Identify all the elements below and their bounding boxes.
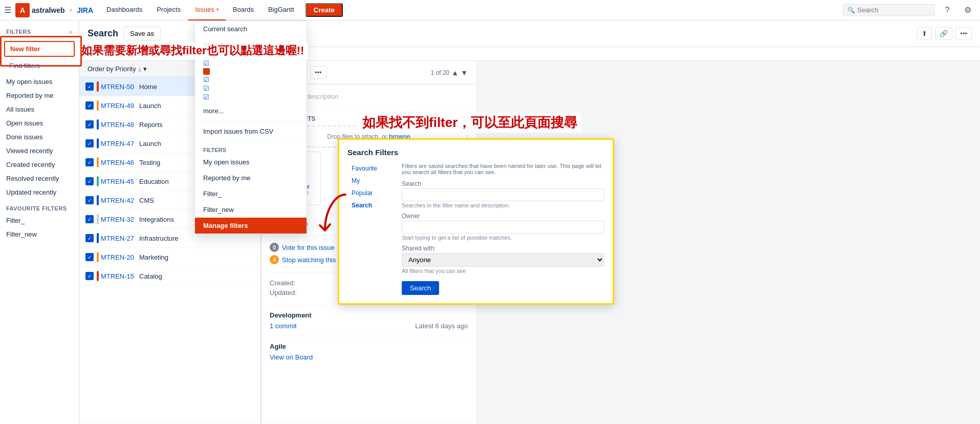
modal-search-button[interactable]: Search	[402, 281, 439, 295]
dropdown-more[interactable]: more...	[195, 103, 307, 119]
view-on-board-link[interactable]: View on Board	[270, 353, 313, 361]
dropdown-reported[interactable]: Reported by me	[195, 170, 307, 186]
sidebar-item-all[interactable]: All issues	[0, 102, 79, 116]
panel-more-button[interactable]: •••	[310, 66, 326, 79]
issue-checkbox[interactable]: ✓	[85, 234, 94, 242]
modal-shared-note: All filters that you can see	[402, 268, 604, 274]
dropdown-my-open[interactable]: My open issues	[195, 154, 307, 170]
sidebar: FILTERS « New filter Find filters My ope…	[0, 20, 79, 424]
resolution-remove[interactable]: ✕	[158, 50, 163, 57]
priority-bar	[97, 138, 99, 149]
issue-key: MTREN-15	[101, 272, 139, 280]
agile-section: Agile View on Board	[270, 343, 468, 361]
issue-checkbox[interactable]: ✓	[85, 177, 94, 185]
issue-checkbox[interactable]: ✓	[85, 139, 94, 147]
modal-tab-my[interactable]: My	[347, 175, 394, 186]
modal-search-input[interactable]	[402, 188, 604, 201]
sidebar-item-viewed[interactable]: Viewed recently	[0, 144, 79, 158]
sidebar-fav-filter1[interactable]: Filter_	[0, 214, 79, 227]
nav-projects[interactable]: Projects	[149, 0, 188, 20]
priority-bar	[97, 176, 99, 186]
dev-section: Development 1 commit Latest 6 days ago	[270, 311, 468, 330]
dropdown-import-csv[interactable]: Import issues from CSV	[195, 123, 307, 139]
sidebar-item-open[interactable]: Open issues	[0, 116, 79, 130]
modal-owner-field: Owner Start typing to get a list of poss…	[402, 213, 604, 241]
dropdown-current-search[interactable]: Current search	[195, 21, 307, 37]
hamburger-icon[interactable]: ☰	[4, 5, 11, 15]
search-input[interactable]	[857, 6, 930, 14]
next-issue-button[interactable]: ▼	[461, 69, 468, 77]
find-filters-button[interactable]: Find filters	[4, 59, 75, 73]
issue-key: MTREN-42	[101, 197, 139, 204]
issue-checkbox[interactable]: ✓	[85, 272, 94, 280]
sidebar-item-created[interactable]: Created recently	[0, 158, 79, 172]
share-button[interactable]: 🔗	[935, 27, 952, 40]
created-label: Created:	[270, 279, 295, 287]
issue-checkbox[interactable]: ✓	[85, 120, 94, 129]
issue-checkbox[interactable]: ✓	[85, 215, 94, 223]
advanced-link[interactable]: Advanced	[167, 50, 194, 57]
sidebar-item-done[interactable]: Done issues	[0, 130, 79, 144]
sidebar-item-resolved[interactable]: Resolved recently	[0, 172, 79, 185]
modal-shared-select[interactable]: Anyone	[402, 253, 604, 267]
commit-link[interactable]: 1 commit	[270, 322, 297, 330]
save-as-button[interactable]: Save as	[123, 27, 161, 40]
issue-checkbox[interactable]: ✓	[85, 101, 94, 110]
issue-checkbox[interactable]: ✓	[85, 253, 94, 261]
issue-name: Integrations	[139, 216, 174, 223]
nav-issues[interactable]: Issues ▾	[188, 0, 226, 20]
sidebar-collapse-icon[interactable]: «	[69, 28, 73, 36]
create-button[interactable]: Create	[306, 3, 343, 17]
nav-dashboards[interactable]: Dashboards	[99, 0, 149, 20]
vote-count-badge: 0	[270, 243, 279, 252]
more-header-button[interactable]: •••	[955, 27, 972, 40]
issue-name: Home	[139, 83, 157, 91]
issue-key: MTREN-47	[101, 140, 139, 147]
modal-tab-popular[interactable]: Popular	[347, 187, 394, 199]
modal-tab-search[interactable]: Search	[347, 200, 394, 211]
dev-title: Development	[270, 311, 468, 319]
modal-sidebar: Favourite My Popular Search	[347, 163, 394, 295]
sidebar-item-my-open[interactable]: My open issues	[0, 75, 79, 89]
priority-bar	[97, 157, 99, 167]
order-by-button[interactable]: Order by Priority ↓ ▾	[88, 65, 147, 73]
sidebar-item-reported[interactable]: Reported by me	[0, 89, 79, 102]
new-filter-button[interactable]: New filter	[4, 41, 75, 57]
issue-checkbox[interactable]: ✓	[85, 158, 94, 166]
dropdown-filter1[interactable]: Filter_	[195, 186, 307, 202]
dropdown-manage-filters[interactable]: Manage filters	[195, 218, 307, 234]
prev-issue-button[interactable]: ▲	[451, 69, 459, 77]
issue-checkbox[interactable]: ✓	[85, 82, 94, 91]
issue-name: Launch	[139, 102, 161, 110]
issue-key: MTREN-27	[101, 235, 139, 242]
issue-row[interactable]: ✓ MTREN-15 Catalog	[79, 267, 260, 286]
priority-bar	[97, 252, 99, 262]
nav-boards[interactable]: Boards	[226, 0, 261, 20]
sidebar-title: FILTERS	[6, 29, 31, 35]
dropdown-search-issues[interactable]: Search for issues	[195, 37, 307, 53]
settings-icon[interactable]: ⚙	[960, 2, 976, 18]
issue-name: Education	[139, 178, 169, 185]
help-icon[interactable]: ?	[939, 2, 955, 18]
modal-owner-hint: Start typing to get a list of possible m…	[402, 235, 604, 241]
search-box[interactable]: 🔍	[843, 4, 935, 16]
export-button[interactable]: ⬆	[917, 27, 932, 40]
issue-key: MTREN-46	[101, 159, 139, 166]
logo-text: astralweb	[32, 6, 65, 14]
priority-bar	[97, 100, 99, 111]
modal-tab-favourite[interactable]: Favourite	[347, 163, 394, 174]
dropdown-filter2[interactable]: Filter_new	[195, 202, 307, 218]
sidebar-fav-filter2[interactable]: Filter_new	[0, 227, 79, 241]
nav-links: Dashboards Projects Issues ▾ Boards BigG…	[99, 0, 301, 20]
issue-row[interactable]: ✓ MTREN-20 Marketing	[79, 248, 260, 267]
modal-owner-input[interactable]	[402, 221, 604, 234]
resolution-value[interactable]: Unresolved	[122, 50, 154, 57]
issue-name: Catalog	[139, 272, 162, 280]
panel-nav: 1 of 20 ▲ ▼	[431, 69, 468, 77]
sidebar-item-updated[interactable]: Updated recently	[0, 185, 79, 199]
vote-link[interactable]: Vote for this issue	[282, 244, 335, 251]
fav-section-title: FAVOURITE FILTERS	[0, 199, 79, 214]
nav-biggantt[interactable]: BigGantt	[261, 0, 301, 20]
issue-checkbox[interactable]: ✓	[85, 196, 94, 204]
logo-area: A astralweb × JIRA	[15, 3, 93, 17]
